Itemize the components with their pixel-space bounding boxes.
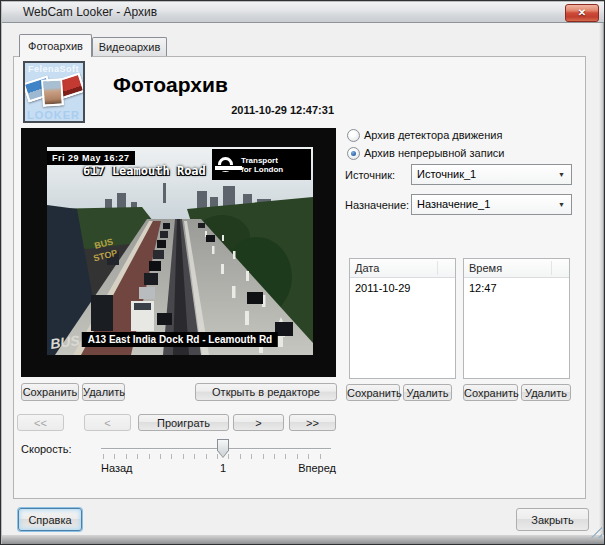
radio-continuous-archive[interactable] (347, 147, 360, 160)
fast-forward-button[interactable]: >> (289, 414, 336, 431)
save-photo-button[interactable]: Сохранить (21, 383, 79, 401)
speed-back-label: Назад (101, 462, 133, 474)
save-time-button[interactable]: Сохранить (463, 384, 518, 401)
source-label: Источник: (345, 169, 395, 181)
speed-slider-ticks (103, 454, 331, 459)
delete-time-button[interactable]: Удалить (521, 384, 571, 401)
time-list-item[interactable]: 12:47 (464, 278, 569, 294)
chevron-down-icon: ▼ (558, 195, 565, 214)
window-edge-right (599, 23, 605, 536)
destination-value: Назначение_1 (417, 198, 490, 210)
speed-label: Скорость: (21, 443, 72, 455)
step-back-button[interactable]: < (84, 414, 131, 431)
source-dropdown[interactable]: Источник_1 ▼ (411, 164, 572, 185)
page-title: Фотоархив (113, 73, 228, 97)
destination-dropdown[interactable]: Назначение_1 ▼ (411, 194, 572, 215)
destination-label: Назначение: (345, 199, 409, 211)
open-in-editor-button[interactable]: Открыть в редакторе (195, 383, 337, 401)
time-list[interactable]: Время 12:47 (463, 258, 570, 379)
traffic-camera-image: BUS STOP BUS Fri 29 May 16:27 617 Leamou… (47, 147, 313, 355)
chevron-down-icon: ▼ (558, 165, 565, 184)
tfl-text-line2: for London (241, 165, 283, 174)
radio-motion-archive[interactable] (347, 129, 360, 142)
delete-photo-button[interactable]: Удалить (82, 383, 125, 401)
app-logo: FelenaSoft LOOKER (23, 61, 85, 123)
rewind-button[interactable]: << (17, 414, 64, 431)
tab-photo-archive[interactable]: Фотоархив (19, 34, 92, 57)
source-value: Источник_1 (417, 168, 476, 180)
camera-caption-overlay: A13 East India Dock Rd - Leamouth Rd (82, 332, 278, 347)
radio-continuous-archive-label[interactable]: Архив непрерывной записи (364, 147, 504, 159)
radio-motion-archive-label[interactable]: Архив детектора движения (364, 129, 502, 141)
window-edge-bottom (2, 535, 605, 545)
camera-road-name-overlay: 617 Leamouth Road (83, 164, 206, 178)
play-button[interactable]: Проиграть (138, 414, 229, 431)
resize-grip[interactable] (589, 525, 602, 538)
date-list-item[interactable]: 2011-10-29 (350, 278, 455, 294)
speed-value: 1 (215, 462, 231, 474)
camera-timestamp-overlay: Fri 29 May 16:27 (47, 151, 135, 165)
step-forward-button[interactable]: > (233, 414, 284, 431)
logo-photo-portrait (41, 78, 64, 106)
logo-bottom-text: LOOKER (27, 109, 80, 121)
delete-date-button[interactable]: Удалить (403, 384, 452, 401)
titlebar[interactable]: WebCam Looker - Архив ✕ (2, 2, 605, 23)
speed-slider-track[interactable] (101, 448, 331, 450)
close-icon: ✕ (578, 7, 586, 18)
help-button[interactable]: Справка (18, 508, 82, 531)
close-dialog-button[interactable]: Закрыть (516, 508, 589, 531)
save-date-button[interactable]: Сохранить (346, 384, 400, 401)
tab-video-archive[interactable]: Видеоархив (92, 37, 167, 57)
date-list[interactable]: Дата 2011-10-29 (349, 258, 456, 379)
tfl-banner: Transport for London (212, 149, 311, 180)
current-timestamp: 2011-10-29 12:47:31 (191, 104, 334, 116)
video-display-frame: BUS STOP BUS Fri 29 May 16:27 617 Leamou… (21, 128, 336, 377)
time-list-header[interactable]: Время (464, 259, 569, 278)
tfl-text-line1: Transport (241, 156, 283, 165)
window-title: WebCam Looker - Архив (23, 2, 157, 23)
date-list-header[interactable]: Дата (350, 259, 455, 278)
speed-forward-label: Вперед (282, 462, 336, 474)
tfl-roundel-icon (218, 157, 233, 172)
logo-top-text: FelenaSoft (28, 64, 79, 74)
dialog-window: WebCam Looker - Архив ✕ Фотоархив Видеоа… (0, 0, 605, 545)
close-button[interactable]: ✕ (565, 4, 599, 22)
